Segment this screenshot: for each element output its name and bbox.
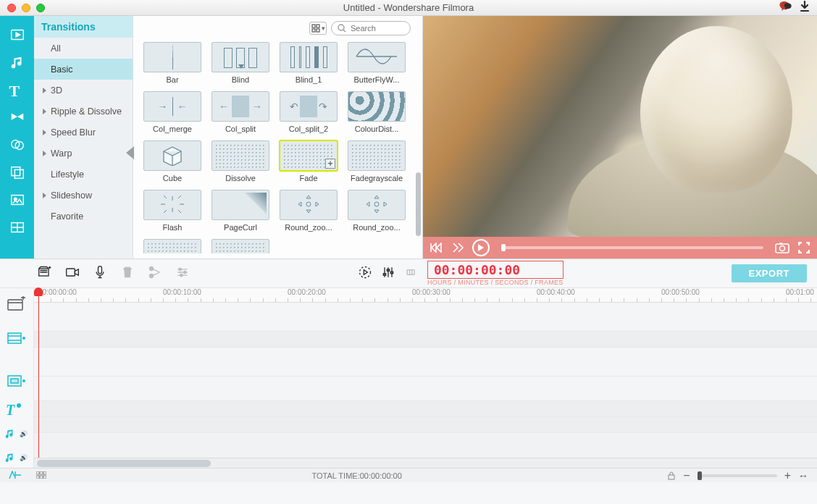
add-media-button[interactable] [38,265,52,282]
thumb-cube[interactable]: Cube [143,140,201,182]
fullscreen-button[interactable] [797,240,811,255]
overlays-tab[interactable] [4,159,30,185]
audio2-track-icon[interactable]: 🔊 [6,448,28,468]
track-audio2[interactable] [34,417,817,433]
add-track-button[interactable] [6,294,28,314]
thumb-blind[interactable]: Blind [211,42,269,84]
timeline-tracks [34,303,817,433]
thumb-fadegrayscale[interactable]: Fadegrayscale [348,140,406,182]
zoom-slider[interactable] [697,474,777,477]
zoom-out-button[interactable]: − [683,469,690,482]
adjust-button[interactable] [175,265,190,282]
pip-track-icon[interactable] [6,371,28,392]
thumb-image [143,140,201,171]
thumb-flash[interactable]: Flash [143,190,201,232]
thumb-image: →← [143,91,201,122]
thumb-image [211,140,269,171]
category-item-favorite[interactable]: Favorite [34,206,133,227]
category-item-warp[interactable]: Warp [34,143,133,164]
category-item-basic[interactable]: Basic [34,59,133,80]
thumb-round-zoo-[interactable]: Round_zoo... [280,190,338,232]
keyframe-button[interactable] [404,265,419,282]
thumb-pagecurl[interactable]: PageCurl [211,190,269,232]
track-text[interactable] [34,377,817,401]
category-item-slideshow[interactable]: Slideshow [34,185,133,206]
status-bar: TOTAL TIME:00:00:00:00 − + ↔ [0,468,817,482]
preview-progress[interactable] [501,246,763,249]
editor-toolbar: 00:00:00:00 HOURS / MINUTES / SECONDS / … [0,259,817,288]
thumb-round-zoo-[interactable]: Round_zoo... [348,190,406,232]
thumb-image [348,190,406,220]
view-mode-toggle[interactable]: ▾ [309,22,327,35]
thumbnail-scrollbar[interactable] [416,20,421,239]
go-start-button[interactable] [429,240,443,255]
zoom-fit-button[interactable]: ↔ [798,470,808,482]
search-field[interactable] [331,21,411,35]
timeline-hscrollbar[interactable] [34,458,817,468]
video-track-icon[interactable] [6,329,28,349]
thumb-col-split-2[interactable]: ↶↷Col_split_2 [280,91,338,133]
thumb-col-split[interactable]: ←→Col_split [211,91,269,133]
cursor-info-icon[interactable] [9,471,22,481]
thumb-label: ButterFlyW... [354,75,400,84]
thumb-label: Bar [166,75,178,84]
thumb-image [143,239,201,253]
track-video[interactable] [34,303,817,332]
voiceover-button[interactable] [93,265,107,282]
record-button[interactable] [65,265,80,282]
timeline-area[interactable]: 00:00:00:0000:00:10:0000:00:20:0000:00:3… [34,288,817,468]
category-label: 3D [51,85,62,96]
snapshot-button[interactable] [775,240,789,255]
text-tab[interactable]: T [4,77,30,103]
text-track-icon[interactable]: T [6,400,28,421]
thumb-butterflyw-[interactable]: ButterFlyW... [348,42,406,84]
thumb-image [348,91,406,122]
collapse-panel-button[interactable] [126,146,134,159]
audio1-track-icon[interactable]: 🔊 [6,424,28,444]
transitions-tab[interactable] [4,104,30,130]
thumb-blind-1[interactable]: Blind_1 [280,42,338,84]
thumb-bar[interactable]: Bar [143,42,201,84]
chevron-right-icon [43,151,46,156]
split-button[interactable] [148,265,162,282]
thumb-label: Flash [163,223,183,232]
render-preview-button[interactable] [358,265,372,282]
preview-panel [423,16,817,259]
playhead[interactable] [38,288,39,468]
category-item-ripple-dissolve[interactable]: Ripple & Dissolve [34,101,133,122]
category-item-lifestyle[interactable]: Lifestyle [34,164,133,185]
audio-mixer-button[interactable] [381,265,395,282]
zoom-in-button[interactable]: + [784,469,791,482]
add-icon[interactable]: + [325,159,335,169]
svg-rect-19 [67,269,75,276]
filters-tab[interactable] [4,132,30,158]
track-pip[interactable] [34,348,817,377]
elements-tab[interactable] [4,187,30,213]
media-tab[interactable] [4,22,30,48]
thumb-col-merge[interactable]: →←Col_merge [143,91,201,133]
timeline-ruler[interactable]: 00:00:00:0000:00:10:0000:00:20:0000:00:3… [34,288,817,303]
thumb-partial[interactable] [143,239,201,253]
music-tab[interactable] [4,49,30,75]
grid-view-icon[interactable] [36,471,46,480]
thumb-dissolve[interactable]: Dissolve [211,140,269,182]
step-forward-button[interactable] [451,240,465,255]
thumb-partial[interactable] [211,239,269,253]
track-video-sub[interactable] [34,332,817,348]
timecode-readout: 00:00:00:00 HOURS / MINUTES / SECONDS / … [427,261,563,287]
delete-button[interactable] [120,265,135,282]
export-button[interactable]: EXPORT [732,264,807,282]
track-audio1[interactable] [34,401,817,417]
lock-icon[interactable] [667,471,676,480]
thumb-fade[interactable]: +Fade [280,140,338,182]
splitscreen-tab[interactable] [4,214,30,240]
category-item-3d[interactable]: 3D [34,80,133,101]
search-input[interactable] [351,24,401,33]
thumb-image [143,42,201,72]
category-item-all[interactable]: All [34,38,133,59]
category-item-speed-blur[interactable]: Speed Blur [34,122,133,143]
svg-point-12 [338,25,344,30]
editor-panel: 00:00:00:00 HOURS / MINUTES / SECONDS / … [0,259,817,468]
play-button[interactable] [472,239,490,256]
thumb-colourdist-[interactable]: ColourDist... [348,91,406,133]
